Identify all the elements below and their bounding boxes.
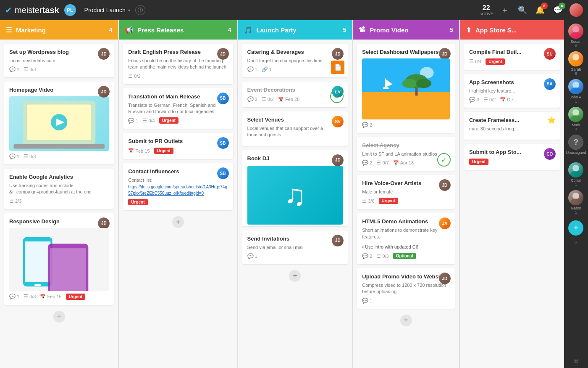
card-dashboard-wallpaper[interactable]: JD Select Dashboard Wallpapers	[357, 44, 455, 133]
card-hire-voiceover[interactable]: JD Hire Voice-Over Artists Male or femal…	[357, 175, 455, 209]
card-catering[interactable]: JD Catering & Beverages Don't forget the…	[242, 44, 348, 77]
sidebar-add-user-button[interactable]: +	[568, 220, 583, 236]
card-responsive-design[interactable]: JD Responsive Design	[4, 213, 114, 305]
card-title: Select Agency	[362, 142, 450, 149]
svg-point-32	[570, 199, 582, 205]
card-app-screenshots[interactable]: SA App Screenshots Highlight key feature…	[464, 74, 560, 108]
sidebar-avatar-unassigned: ?	[568, 135, 583, 150]
sidebar-user-susan[interactable]: Susan 6	[568, 24, 583, 48]
card-homepage-video[interactable]: JD Homepage Video 💬 1 ☰ 0/3	[4, 82, 114, 164]
card-contact-influencers[interactable]: SB Contact Influencers Contact list: htt…	[123, 163, 233, 210]
urgent-tag: Urgent	[159, 117, 178, 124]
urgent-tag: Urgent	[469, 159, 488, 165]
card-html5-demo[interactable]: JA HTML5 Demo Animations Short animation…	[357, 213, 455, 264]
card-event-decorations[interactable]: EV Event Decorations 💬 2 ☰ 0/2 📅 Feb 28 …	[242, 82, 348, 107]
promo-cards: JD Select Dashboard Wallpapers	[353, 40, 459, 368]
card-desc: Short animations to demonstrate key feat…	[362, 227, 450, 240]
messages-button[interactable]: 💬 6	[552, 4, 564, 16]
sidebar-user-john[interactable]: John A. 1	[568, 79, 583, 103]
urgent-tag: Urgent	[154, 148, 173, 154]
card-desc: Local venues that can support over a tho…	[247, 125, 343, 138]
card-select-agency[interactable]: Select Agency Limit to SF and LA animati…	[357, 137, 455, 171]
card-wordpress[interactable]: JD Set up Wordpress blog focus.meisterla…	[4, 44, 114, 77]
svg-point-24	[570, 60, 582, 66]
urgent-tag: Urgent	[128, 199, 147, 205]
card-footer: 💬 1 ☰ 0/3 📅 Feb 16 Urgent	[9, 294, 109, 300]
add-card-marketing[interactable]: +	[53, 311, 65, 323]
urgent-tag: Urgent	[486, 58, 505, 65]
search-button[interactable]: 🔍	[517, 4, 528, 16]
project-avatar: PL	[64, 4, 76, 16]
card-book-dj[interactable]: JD Book DJ ♫	[242, 150, 348, 226]
sidebar-chevron-icon[interactable]: ⌄	[573, 238, 578, 245]
card-draft-english[interactable]: JD Draft English Press Release Focus sho…	[123, 44, 233, 84]
comment-count: 💬 1	[9, 154, 19, 159]
add-button[interactable]: ＋	[499, 4, 511, 16]
svg-point-21	[572, 26, 579, 33]
card-title: Set up Wordpress blog	[9, 49, 109, 56]
info-button[interactable]: ⓘ	[135, 5, 145, 15]
comment-count: 💬 3	[469, 97, 479, 103]
card-title: Create Frameless...	[469, 117, 555, 124]
appstore-cards: SU Compile Final Buil... ☰ 0/4 Urgent SA…	[460, 40, 564, 368]
user-avatar-nav[interactable]	[570, 3, 583, 17]
nav-right: 22 ACTIVE ＋ 🔍 🔔 6 💬 6	[479, 3, 583, 17]
card-image-phones	[9, 228, 109, 291]
card-title: HTML5 Demo Animations	[362, 218, 450, 225]
logo-text: meistertask	[15, 5, 59, 15]
card-footer: 💬 1 ☰ 0/3	[9, 154, 109, 159]
card-send-invitations[interactable]: JD Send Invitations Send via email or sn…	[242, 230, 348, 264]
sidebar-user-unassigned[interactable]: ? Unassigned 1	[566, 135, 586, 159]
notifications-button[interactable]: 🔔 6	[534, 4, 546, 16]
card-avatar-img: JD	[98, 217, 110, 229]
comment-count: 💬 1	[9, 294, 19, 299]
project-selector[interactable]: Product Launch ▾	[84, 7, 130, 13]
card-title: Draft English Press Release	[128, 49, 228, 56]
card-footer: ☰ 0/2	[128, 73, 228, 79]
card-image-beach	[362, 58, 450, 119]
active-count[interactable]: 22 ACTIVE	[479, 4, 493, 16]
sidebar-user-sarah[interactable]: Sarah 5	[568, 51, 583, 76]
marketing-count: 4	[109, 26, 112, 33]
sidebar-user-name-conor: Conor	[571, 178, 581, 183]
card-create-frameless[interactable]: ⭐ Create Frameless... max. 30 seconds lo…	[464, 112, 560, 140]
column-appstore: ⬆ App Store S... SU Compile Final Buil..…	[460, 20, 564, 368]
card-submit-pr[interactable]: SB Submit to PR Outlets 📅 Feb 15 Urgent	[123, 133, 233, 159]
comment-count: 💬 1	[9, 66, 19, 72]
card-select-venues[interactable]: SV Select Venues Local venues that can s…	[242, 111, 348, 146]
add-card-party[interactable]: +	[289, 270, 301, 282]
card-title: App Screenshots	[469, 79, 555, 86]
card-desc: Highlight key feature...	[469, 88, 555, 94]
promo-count: 5	[450, 26, 453, 33]
card-title: Hire Voice-Over Artists	[362, 180, 450, 187]
sidebar-user-mark[interactable]: Mark 3	[568, 107, 583, 131]
sidebar-user-count-unassigned: 1	[575, 155, 577, 159]
promo-label: Promo Video	[370, 26, 446, 34]
add-card-promo[interactable]: +	[400, 315, 412, 326]
card-submit-appstore[interactable]: CO Submit to App Sto... Urgent	[464, 144, 560, 170]
card-upload-promo[interactable]: JD Upload Promo Video to Website Compres…	[357, 268, 455, 309]
add-card-press[interactable]: +	[172, 216, 184, 228]
sidebar-user-conor[interactable]: Conor 1	[568, 162, 583, 187]
sidebar-user-gabor[interactable]: Gábor 1	[568, 190, 583, 214]
sidebar-user-count-conor: 1	[575, 183, 577, 187]
logo[interactable]: ✔ meistertask	[5, 5, 59, 15]
svg-rect-7	[34, 284, 41, 286]
influencer-link[interactable]: https://docs.google.com/spreadsheets/d/1…	[128, 185, 227, 196]
card-compile-build[interactable]: SU Compile Final Buil... ☰ 0/4 Urgent	[464, 44, 560, 70]
due-date: 📅 Apr 18	[393, 160, 414, 166]
card-translation[interactable]: SB Translation of Main Release Translate…	[123, 88, 233, 129]
card-footer: 💬 3 ☰ 0/2 📅 De...	[469, 97, 555, 103]
card-title: Event Decorations	[247, 87, 343, 94]
sidebar-grid-icon[interactable]: ⊞	[573, 357, 578, 364]
sidebar-user-count-gabor: 1	[575, 210, 577, 214]
comment-count: 💬 2	[362, 253, 372, 259]
column-press: 📢 Press Releases 4 JD Draft English Pres…	[119, 20, 237, 368]
card-google-analytics[interactable]: Enable Google Analytics Use tracking cod…	[4, 169, 114, 209]
dropdown-arrow-icon: ▾	[128, 8, 130, 13]
due-date: 📅 Feb 15	[128, 148, 150, 154]
column-header-promo: 📽 Promo Video 5	[353, 20, 459, 40]
card-title: Enable Google Analytics	[9, 174, 109, 181]
card-avatar-img: SA	[544, 78, 556, 90]
card-title: Catering & Beverages	[247, 49, 343, 56]
